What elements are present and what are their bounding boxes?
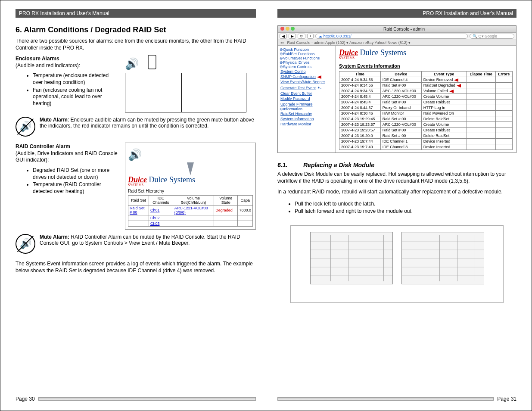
reload-button[interactable]: ⟳ xyxy=(298,34,305,39)
mute-alarm-1-text: Mute Alarm: Enclosure audible alarm can … xyxy=(40,117,256,137)
footer-bar-right xyxy=(277,397,494,401)
sidebar-link[interactable]: System Config xyxy=(280,69,333,74)
sidebar-link[interactable]: RaidSet Hierarchy xyxy=(280,111,333,116)
mute-alarm-2-text: Mute Alarm: RAID Controller Alarm can be… xyxy=(40,234,256,254)
sidebar-link[interactable]: Modify Password xyxy=(280,96,333,101)
sidebar-group[interactable]: ⊖Information xyxy=(280,107,333,111)
system-events-table: TimeDeviceEvent TypeElapse TimeErrors200… xyxy=(339,71,513,150)
add-button[interactable]: + xyxy=(307,34,314,39)
sidebar-group[interactable]: ⊕VolumeSet Functions xyxy=(280,56,333,60)
events-table-title: System Events Information xyxy=(339,63,513,68)
table-row: 2007-4-23 19:7:44IDE Channel 1Device Ins… xyxy=(339,139,513,144)
table-row: 2007-4-23 19:20:0Raid Set # 00Delete Rai… xyxy=(339,133,513,139)
intro-text: There are two possible sources for alarm… xyxy=(16,38,256,51)
sidebar-link[interactable]: Clear Event Buffer xyxy=(280,91,333,96)
table-row: 2007-4-23 19:23:57Raid Set # 00Create Ra… xyxy=(339,128,513,133)
sidebar-link[interactable]: Hardware Monitor xyxy=(280,121,333,127)
window-title: Raid Console - admin xyxy=(383,27,425,31)
section-6-heading: 6. Alarm Conditions / Degraded RAID Set xyxy=(16,25,256,34)
raid-bullets: Degraded RAID Set (one or more drives no… xyxy=(16,167,119,195)
sidebar-nav: ⊕Quick Function⊕RaidSet Functions⊕Volume… xyxy=(278,46,336,153)
down-arrow-icon xyxy=(187,162,194,175)
sidebar-link[interactable]: Upgrade Firmware xyxy=(280,102,333,107)
mute-alarm-icon: 🔊 xyxy=(16,117,35,137)
table-row: 2007-4-23 19:29:45Raid Set # 00Delete Ra… xyxy=(339,116,513,122)
page-number-right: Page 31 xyxy=(497,396,516,402)
table-row: 2007-4-23 19:7:40IDE Channel 8Device Ins… xyxy=(339,144,513,150)
table-row: 2007-4-24 8:30:46H/W MonitorRaid Powered… xyxy=(339,111,513,116)
browser-screenshot: Raid Console - admin ◀ ▶ ⟳ + ☁ http://0.… xyxy=(277,25,516,153)
page-number-left: Page 30 xyxy=(16,396,35,402)
section-6-1-heading: 6.1.Replacing a Disk Module xyxy=(277,162,516,168)
speaker-icon-2: 🔊 xyxy=(128,148,142,162)
sidebar-group[interactable]: ⊖System Controls xyxy=(280,65,333,69)
replace-p2: In a redundant RAID mode, rebuild will s… xyxy=(277,189,516,196)
table-row: 2007-4-24 8:45:4ARC-1220-VOL#00Create Vo… xyxy=(339,94,513,100)
search-field[interactable]: 🔍 Q▾ Google xyxy=(470,34,514,39)
table-row: 2007-4-24 9:34:56Raid Set # 00RaidSet De… xyxy=(339,83,513,88)
replace-bullets: Pull the lock left to unlock the latch. … xyxy=(277,201,516,216)
raid-alarm-title: RAID Controller Alarm xyxy=(16,143,70,149)
sidebar-group[interactable]: ⊕RaidSet Functions xyxy=(280,52,333,56)
page-header-right: PRO RX Installation and User's Manual xyxy=(277,9,516,18)
back-button[interactable]: ◀ xyxy=(280,34,287,39)
sidebar-group[interactable]: ⊕Physical Drives xyxy=(280,60,333,65)
raid-console-mini-figure: 🔊 Dulce Dulce Systems SYSTEMS Raid Set H… xyxy=(125,143,256,230)
sidebar-link[interactable]: Generate Test Event↖ xyxy=(280,84,333,91)
table-row: 2007-4-24 9:34:56ARC-1220-VOL#00Volume F… xyxy=(339,88,513,94)
table-row: 2007-4-24 9:34:56IDE Channel 4Device Rem… xyxy=(339,77,513,83)
url-bar[interactable]: ☁ http://0.0.0.0:81/ xyxy=(315,34,468,39)
sidebar-group[interactable]: ⊕Quick Function xyxy=(280,47,333,52)
closing-paragraph: The Systems Event Information screen pro… xyxy=(16,261,256,274)
disk-module-figure xyxy=(290,225,504,303)
enclosure-figure: 🔊 xyxy=(125,55,256,112)
sidebar-link[interactable]: SNMP Configuration xyxy=(280,74,333,79)
speaker-icon: 🔊 xyxy=(125,57,139,71)
table-row: 2007-4-24 8:44:37Proxy Or InbandHTTP Log… xyxy=(339,105,513,111)
forward-button[interactable]: ▶ xyxy=(289,34,296,39)
enclosure-alarms-title: Enclosure Alarms xyxy=(16,56,59,62)
table-row: 2007-4-24 8:45:4Raid Set # 00Create Raid… xyxy=(339,100,513,105)
page-header-left: PRO RX Installation and User's Manual xyxy=(16,9,256,18)
sidebar-link[interactable]: System Information xyxy=(280,116,333,121)
fan-icon xyxy=(148,55,156,69)
enclosure-bullets: Temperature (enclosure detected over hea… xyxy=(16,72,119,107)
sidebar-link[interactable]: View Events/Mute Beeper xyxy=(280,79,333,84)
mute-alarm-icon-2: 🔊 xyxy=(16,234,35,254)
enclosure-alarms-sub: (Audible and red indicators): xyxy=(16,62,80,68)
raid-alarm-sub: (Audible, Drive Indicators and RAID Cons… xyxy=(16,150,118,163)
table-row: 2007-4-23 19:23:57ARC-1220-VOL#00Create … xyxy=(339,122,513,128)
replace-p1: A defective Disk Module can be easily re… xyxy=(277,171,516,184)
bookmarks-bar[interactable]: ⚏ Raid Console - admin Apple (102) ▾ Ama… xyxy=(278,40,516,46)
footer-bar xyxy=(38,397,256,401)
